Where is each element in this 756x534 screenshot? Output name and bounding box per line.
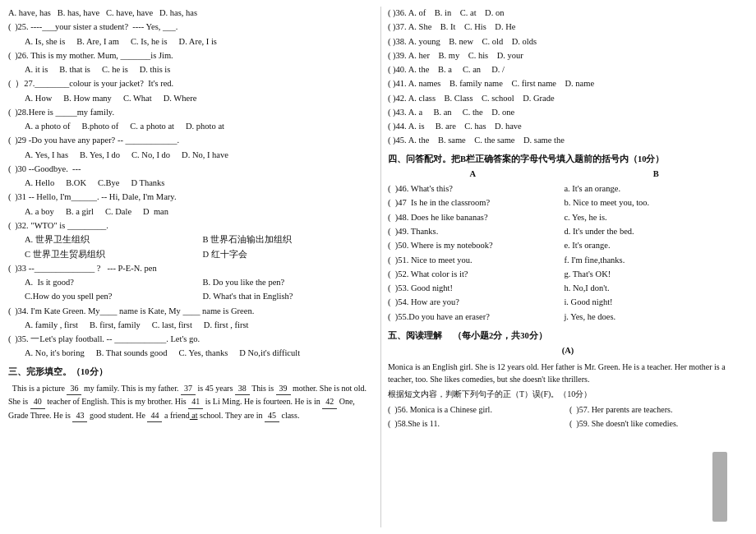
question-32: ( )32. "WTO" is _________. A. 世界卫生组织 B 世… (8, 219, 376, 261)
question-34: ( )34. I'm Kate Green. My____ name is Ka… (8, 305, 376, 333)
right-questions-36-45: ( )36. A. of B. in C. at D. on ( )37. A.… (388, 7, 748, 148)
section-5-header: 五、阅读理解 （每小题2分，共30分） (388, 329, 748, 343)
judgment-items: ( )56. Monica is a Chinese girl. ( )57. … (388, 403, 748, 430)
section-5-passage: Monica is an English girl. She is 12 yea… (388, 361, 748, 385)
question-26: ( )26. This is my mother. Mum, _______is… (8, 49, 376, 77)
top-option-line: A. have, has B. has, have C. have, have … (8, 7, 376, 20)
section-5-sub: (A) (388, 344, 748, 357)
section-4-header: 四、问答配对。把B栏正确答案的字母代号填入题前的括号内（10分） (388, 153, 748, 166)
matching-columns: A ( )46. What's this? ( )47 Is he in the… (388, 168, 748, 325)
q25-options: A. Is, she is B. Are, I am C. Is, he is … (8, 35, 376, 48)
question-33: ( )33 --______________ ? --- P-E-N. pen … (8, 262, 376, 304)
right-column: ( )36. A. of B. in C. at D. on ( )37. A.… (380, 7, 748, 527)
section-5-instruction: 根据短文内容，判断下列句子的正（T）误(F)。（10分） (388, 388, 748, 401)
page-binding-mark (712, 452, 727, 522)
exam-page: A. have, has B. has, have C. have, have … (0, 0, 756, 534)
paren-25: ( (8, 21, 12, 34)
top-option-text: A. have, has B. has, have C. have, have … (8, 7, 197, 20)
question-31: ( )31 -- Hello, I'm______. -- Hi, Dale, … (8, 191, 376, 219)
question-29: ( )29 -Do you have any paper? -- _______… (8, 134, 376, 162)
question-28: ( )28.Here is _____my family. A. a photo… (8, 106, 376, 134)
question-30: ( )30 --Goodbye. --- A. Hello B.OK C.Bye… (8, 163, 376, 191)
question-35: ( )35. 一Let's play football. -- ________… (8, 333, 376, 361)
q25-text: )25. ----___your sister a student? ---- … (13, 21, 178, 34)
section-4: 四、问答配对。把B栏正确答案的字母代号填入题前的括号内（10分） A ( )46… (388, 153, 748, 325)
section-5: 五、阅读理解 （每小题2分，共30分） (A) Monica is an Eng… (388, 329, 748, 430)
section-3: 三、完形填空。（10分） This is a picture 36 my fam… (8, 366, 376, 423)
question-25: ( )25. ----___your sister a student? ---… (8, 21, 376, 48)
section-3-header: 三、完形填空。（10分） (8, 366, 376, 379)
question-27: ( ）27.________colour is your jacket? It'… (8, 77, 376, 105)
section-3-passage: This is a picture 36 my family. This is … (8, 382, 376, 423)
left-column: A. have, has B. has, have C. have, have … (8, 7, 376, 527)
